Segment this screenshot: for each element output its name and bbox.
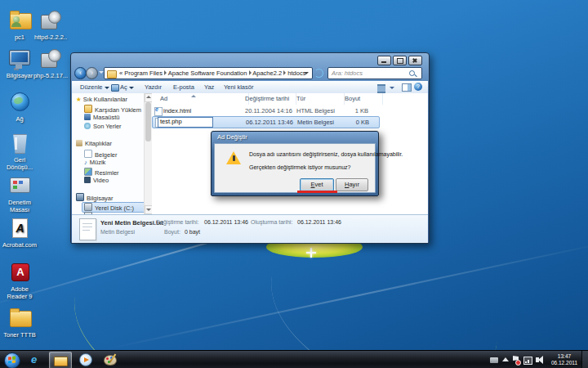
toolbar-yazdir[interactable]: Yazdır (145, 81, 162, 93)
volume-icon-cone (538, 356, 543, 364)
taskbar-wmp-button[interactable] (75, 352, 96, 368)
toolbar-yeni-klasor[interactable]: Yeni klasör (224, 81, 253, 93)
refresh-icon[interactable] (314, 69, 323, 78)
file-row-index-html[interactable]: e index.html 20.11.2004 14:16 HTML Belge… (152, 105, 379, 116)
nav-documents[interactable]: Belgeler (84, 150, 118, 159)
network-icon[interactable] (523, 357, 532, 365)
taskbar-paint-button[interactable] (100, 352, 121, 368)
file-row-test-php[interactable]: test.php 06.12.2011 13:46 Metin Belgesi … (152, 116, 380, 128)
desktop-icon-network[interactable]: Ağ (0, 90, 39, 123)
no-button[interactable]: Hayır (336, 178, 368, 191)
desktop-icon-httpd-installer[interactable]: httpd-2.2.2.. (31, 8, 70, 42)
desktop-icon-label: Geri Dönüşü... (0, 157, 39, 171)
toolbar-eposta[interactable]: E-posta (173, 81, 194, 93)
minimize-button[interactable] (377, 56, 391, 65)
dialog-message-line2: Gerçekten değiştirmek istiyor musunuz? (249, 164, 351, 170)
search-icon-handle (414, 74, 417, 78)
dialog-body: Dosya adı uzantısını değiştirirseniz, do… (214, 143, 376, 193)
nav-desktop[interactable]: Masaüstü (84, 114, 120, 121)
yes-button[interactable]: Evet (300, 178, 334, 191)
taskbar: e 13:47 06.12.2011 (0, 350, 588, 368)
file-date: 06.12.2011 13:46 (246, 117, 293, 128)
taskbar-clock[interactable]: 13:47 06.12.2011 (549, 353, 580, 366)
dialog-title: Ad Değiştir (217, 133, 247, 141)
desktop-icon-control-panel[interactable]: Denetim Masası (0, 173, 39, 213)
breadcrumb-item[interactable]: Apache Software Foundation (168, 70, 247, 77)
address-bar[interactable]: « Program Files Apache Software Foundati… (104, 67, 313, 79)
desktop-icon-label: Ağ (0, 116, 39, 123)
control-panel-icon (10, 177, 30, 193)
close-button[interactable] (408, 56, 422, 65)
forward-button[interactable]: › (86, 67, 98, 79)
back-button[interactable]: ‹ (74, 67, 87, 79)
column-header-date[interactable]: Değiştirme tarihi (241, 93, 296, 105)
pictures-icon (84, 168, 92, 176)
start-button[interactable] (4, 352, 20, 368)
file-name: index.html (163, 105, 191, 116)
nav-music[interactable]: ♪Müzik (84, 159, 105, 166)
taskbar-ie-button[interactable]: e (24, 352, 46, 368)
maximize-button[interactable] (393, 56, 407, 65)
nav-downloads[interactable]: Karşıdan Yüklem (84, 105, 141, 114)
scrollbar-thumb[interactable] (145, 102, 151, 141)
ie-icon: e (31, 352, 37, 367)
disk-icon (84, 203, 92, 211)
breadcrumb-separator-icon (164, 70, 167, 75)
command-bar: Düzenle Aç Yazdır E-posta Yaz Yeni klasö… (72, 81, 428, 94)
preview-pane-icon[interactable] (402, 83, 412, 92)
taskbar-explorer-button[interactable] (49, 352, 72, 368)
details-filetype: Metin Belgesi (100, 229, 135, 235)
recent-places-icon (84, 123, 91, 129)
clock-date: 06.12.2011 (549, 360, 580, 366)
file-date: 20.11.2004 14:16 (245, 105, 292, 116)
search-box[interactable]: Ara: htdocs (327, 67, 422, 79)
desktop-icon-toner-folder[interactable]: Toner TTTB (0, 306, 39, 339)
red-underline-annotation (297, 191, 337, 193)
tray-show-hidden-icon[interactable] (502, 357, 509, 361)
toolbar-ac[interactable]: Aç (120, 81, 134, 93)
computer-icon (9, 50, 30, 65)
nav-pictures[interactable]: Resimler (84, 168, 119, 177)
nav-favorites[interactable]: ★ Sık Kullanılanlar (76, 96, 127, 103)
views-icon[interactable] (377, 84, 385, 93)
breadcrumb-separator-icon (283, 70, 286, 75)
desktop-icon-recycle-bin[interactable]: Geri Dönüşü... (0, 131, 39, 171)
toolbar-yaz[interactable]: Yaz (204, 81, 214, 93)
desktop-icon-label: Acrobat.com (0, 242, 39, 249)
desktop-icon-adobe-reader[interactable]: A Adobe Reader 9 (0, 260, 39, 300)
breadcrumb-item[interactable]: Apache2.2 (252, 70, 282, 77)
show-desktop-button[interactable] (581, 351, 588, 368)
ie-e-glyph: e (155, 106, 158, 112)
nav-video[interactable]: Video (84, 177, 109, 184)
column-header-name[interactable]: Ad (152, 93, 249, 105)
desktop-icon-acrobat-com[interactable]: A Acrobat.com (0, 216, 39, 249)
rename-edit-box[interactable]: test.php (158, 117, 213, 128)
nav-computer[interactable]: Bilgisayar (76, 193, 114, 202)
views-dropdown-icon[interactable] (390, 87, 394, 89)
nav-recent[interactable]: Son Yerler (84, 123, 122, 130)
details-size-label: Boyut: (164, 229, 180, 235)
column-header-type[interactable]: Tür (292, 93, 345, 105)
installer-icon (41, 15, 57, 29)
breadcrumb-item[interactable]: Program Files (124, 70, 163, 77)
video-icon (84, 177, 91, 183)
desktop-icon-label: httpd-2.2.2.. (31, 34, 70, 42)
nav-libraries[interactable]: Kitaplıklar (76, 140, 112, 147)
music-icon: ♪ (84, 159, 87, 166)
rename-dialog: Ad Değiştir Dosya adı uzantısını değişti… (211, 131, 379, 196)
adobe-reader-icon: A (11, 263, 29, 281)
column-header-size[interactable]: Boyut (341, 93, 383, 105)
desktop-icon (84, 114, 91, 120)
desktop-icon-label: Adobe Reader 9 (0, 286, 39, 300)
toolbar-duzenle[interactable]: Düzenle (80, 81, 109, 93)
media-player-icon (79, 353, 92, 366)
address-dropdown-icon[interactable] (304, 72, 309, 74)
help-icon[interactable]: ? (414, 83, 422, 91)
breadcrumb-overflow[interactable]: « (119, 70, 122, 77)
tray-device-icon[interactable] (490, 357, 498, 363)
text-document-icon (79, 218, 96, 240)
desktop-icon-php-installer[interactable]: php-5.2.17... (31, 47, 70, 80)
star-icon: ★ (76, 96, 82, 103)
wallpaper-sparkle (306, 252, 316, 254)
computer-icon (76, 193, 84, 201)
